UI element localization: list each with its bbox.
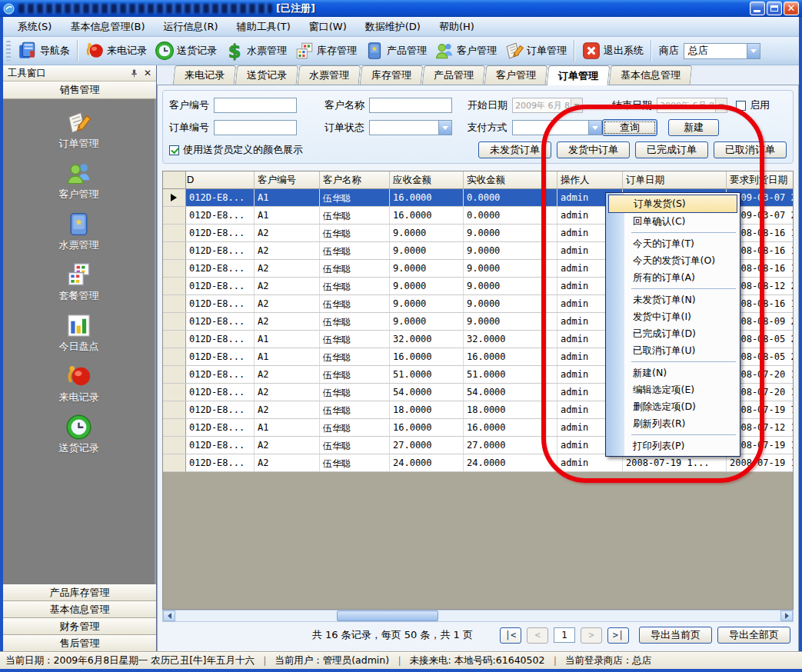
shipping-orders-button[interactable]: 发货中订单 <box>557 141 630 158</box>
last-page-button[interactable]: >| <box>607 627 629 644</box>
context-menu-item[interactable]: 已完成订单(D) <box>607 325 738 342</box>
pin-icon[interactable] <box>129 68 139 78</box>
sidebar-item-package-mgmt[interactable]: 套餐管理 <box>3 261 155 303</box>
query-button[interactable]: 查询 <box>602 119 657 136</box>
sidebar-item-daily-check[interactable]: 今日盘点 <box>3 312 155 354</box>
delivery-color-checkbox[interactable] <box>169 145 179 155</box>
context-menu-item[interactable]: 已取消订单(U) <box>607 342 738 359</box>
sidebar-group-finance[interactable]: 财务管理 <box>3 618 156 635</box>
scrollbar-track[interactable] <box>175 610 780 621</box>
context-menu-item[interactable] <box>607 359 738 364</box>
sidebar-item-delivery-records[interactable]: 送货记录 <box>3 414 155 455</box>
context-menu-item[interactable]: 编辑选定项(E) <box>607 381 738 398</box>
menu-system[interactable]: 系统(S) <box>9 18 60 36</box>
context-menu-item[interactable]: 回单确认(C) <box>607 213 738 230</box>
minimize-button[interactable] <box>750 2 765 15</box>
column-header-received[interactable]: 实收金额 <box>464 171 557 188</box>
tab[interactable]: 来电记录 <box>173 65 237 85</box>
context-menu-item[interactable]: 发货中订单(I) <box>607 308 738 325</box>
column-header-delivery-date[interactable]: 要求到货日期 <box>727 171 793 188</box>
context-menu-item[interactable] <box>607 230 738 235</box>
inventory-button[interactable]: 库存管理 <box>291 39 361 62</box>
context-menu-item[interactable]: 刷新列表(R) <box>607 415 738 432</box>
export-current-page-button[interactable]: 导出当前页 <box>639 627 712 644</box>
end-date-picker[interactable]: 2009年 6月 8日 <box>657 98 727 113</box>
context-menu-item[interactable]: 未发货订单(N) <box>607 291 738 308</box>
first-page-button[interactable]: |< <box>500 627 521 644</box>
context-menu-item[interactable] <box>607 432 738 437</box>
menu-run-info[interactable]: 运行信息(R) <box>155 18 226 36</box>
context-menu-item[interactable]: 订单发货(S) <box>608 195 737 213</box>
call-records-button[interactable]: 来电记录 <box>81 39 151 62</box>
sidebar-item-water-ticket-mgmt[interactable]: 水票管理 <box>3 211 155 252</box>
start-date-picker[interactable]: 2009年 6月 8日 <box>512 98 583 113</box>
store-dropdown-button[interactable] <box>747 44 760 58</box>
sidebar-group-basic-info[interactable]: 基本信息管理 <box>3 601 156 618</box>
next-page-button[interactable]: > <box>581 627 602 644</box>
water-ticket-button[interactable]: $ 水票管理 <box>221 39 291 62</box>
menu-basic-info[interactable]: 基本信息管理(B) <box>62 18 153 36</box>
tab[interactable]: 客户管理 <box>484 65 548 85</box>
column-header-order-date[interactable]: 订单日期 <box>623 171 727 188</box>
customer-name-input[interactable] <box>369 98 452 113</box>
product-button[interactable]: 产品管理 <box>361 39 431 62</box>
sidebar-group-after-sales[interactable]: 售后管理 <box>3 635 156 652</box>
tab[interactable]: 订单管理 <box>547 65 611 85</box>
delivery-records-button[interactable]: 送货记录 <box>151 39 221 62</box>
exit-button[interactable]: 退出系统 <box>577 39 647 62</box>
scroll-left-arrow-icon[interactable] <box>163 610 175 621</box>
order-status-dropdown[interactable] <box>438 121 451 135</box>
tab[interactable]: 产品管理 <box>422 65 486 85</box>
context-menu-item[interactable]: 删除选定项(D) <box>607 398 738 415</box>
menu-window[interactable]: 窗口(W) <box>301 18 355 36</box>
prev-page-button[interactable]: < <box>527 627 548 644</box>
column-header-receivable[interactable]: 应收金额 <box>390 171 464 188</box>
customer-button[interactable]: 客户管理 <box>431 39 501 62</box>
scroll-right-arrow-icon[interactable] <box>780 610 793 621</box>
order-button[interactable]: 订单管理 <box>501 39 571 62</box>
nav-bar-button[interactable]: 导航条 <box>14 39 74 62</box>
sidebar-item-call-records[interactable]: 来电记录 <box>3 363 155 404</box>
sidebar-item-order-mgmt[interactable]: 订单管理 <box>3 109 155 151</box>
menu-data-maintenance[interactable]: 数据维护(D) <box>357 18 429 36</box>
cell-receivable: 32.0000 <box>390 331 464 348</box>
store-select[interactable]: 总店 <box>684 43 760 59</box>
context-menu-item[interactable]: 新建(N) <box>607 364 738 381</box>
order-status-select[interactable] <box>369 120 452 135</box>
order-no-input[interactable] <box>214 120 297 135</box>
enable-checkbox[interactable] <box>736 101 746 111</box>
sidebar-section-sales[interactable]: 销售管理 <box>3 82 156 99</box>
column-header-customer-name[interactable]: 客户名称 <box>320 171 390 188</box>
table-row[interactable]: 012D-E8... A2 伍华聪 24.0000 24.0000 admin … <box>163 454 793 472</box>
cancelled-orders-button[interactable]: 已取消订单 <box>714 141 787 158</box>
sidebar-item-customer-mgmt[interactable]: 客户管理 <box>3 160 155 201</box>
context-menu-item[interactable]: 今天的发货订单(O) <box>607 252 738 269</box>
tab[interactable]: 基本信息管理 <box>609 65 693 85</box>
maximize-button[interactable] <box>767 2 782 15</box>
new-button[interactable]: 新建 <box>668 119 719 136</box>
page-number-input[interactable] <box>554 627 575 643</box>
context-menu-item[interactable] <box>607 286 738 291</box>
unshipped-orders-button[interactable]: 未发货订单 <box>478 141 551 158</box>
sidebar-group-product-inventory[interactable]: 产品库存管理 <box>3 584 156 601</box>
context-menu-item[interactable]: 今天的订单(T) <box>607 235 738 252</box>
scrollbar-thumb[interactable] <box>337 610 438 621</box>
menu-help[interactable]: 帮助(H) <box>431 18 483 36</box>
close-button[interactable]: ✕ <box>784 2 799 15</box>
column-header-customer-no[interactable]: 客户编号 <box>255 171 320 188</box>
menu-aux-tools[interactable]: 辅助工具(T) <box>228 18 299 36</box>
customer-no-input[interactable] <box>214 98 297 113</box>
context-menu-item[interactable]: 打印列表(P) <box>607 437 738 454</box>
tab[interactable]: 送货记录 <box>235 65 299 85</box>
context-menu-item[interactable]: 所有的订单(A) <box>607 269 738 286</box>
tab[interactable]: 库存管理 <box>360 65 424 85</box>
pay-method-select[interactable] <box>512 120 602 135</box>
tab[interactable]: 水票管理 <box>298 65 361 85</box>
completed-orders-button[interactable]: 已完成订单 <box>635 141 708 158</box>
horizontal-scrollbar[interactable] <box>162 610 794 622</box>
column-header-operator[interactable]: 操作人 <box>557 171 623 188</box>
column-header-id[interactable]: ID <box>186 171 255 188</box>
export-all-pages-button[interactable]: 导出全部页 <box>717 627 790 644</box>
pay-method-dropdown[interactable] <box>588 121 601 135</box>
tool-window-close-icon[interactable]: ✕ <box>144 68 151 78</box>
